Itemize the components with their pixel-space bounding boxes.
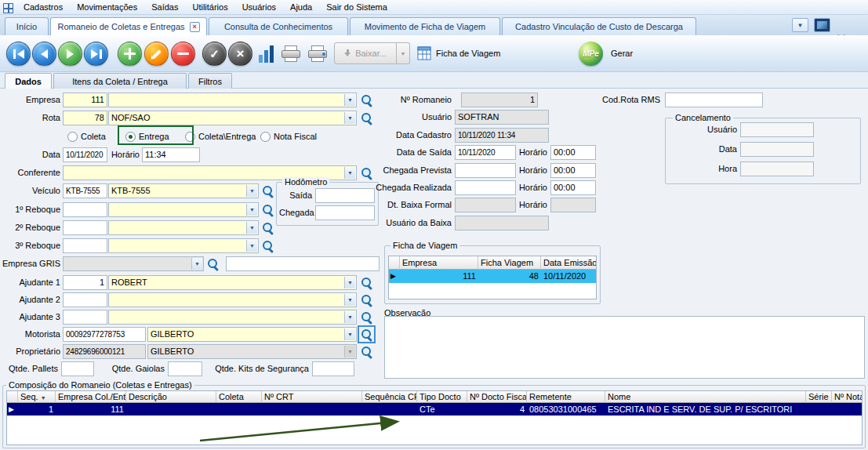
delete-button[interactable] [171,42,195,66]
horario-input[interactable]: 11:34 [142,147,200,162]
horario-saida-input[interactable]: 00:00 [550,145,596,160]
chevron-down-icon[interactable]: ▼ [344,112,355,124]
hodometro-chegada-input[interactable] [315,205,375,220]
comp-header-empresa[interactable]: Empresa Col./Ent. [56,391,126,403]
menu-item-usuarios[interactable]: Usuários [235,0,283,15]
menu-item-ajuda[interactable]: Ajuda [283,0,319,15]
qtde-pallets-input[interactable] [61,361,94,376]
search-icon[interactable] [260,183,275,198]
veiculo-code-input[interactable]: KTB-7555 [63,183,107,198]
rota-code-input[interactable]: 78 [63,111,107,125]
baixar-button[interactable]: Baixar... [334,42,397,64]
comp-header-coleta[interactable]: Coleta [216,391,262,403]
data-saida-input[interactable]: 10/11/2020 [455,145,516,160]
next-record-button[interactable] [58,42,82,66]
first-record-button[interactable] [6,42,31,66]
chegada-realizada-input[interactable] [455,180,516,195]
ficha-header-empresa[interactable]: Empresa [400,256,478,270]
cancel-button[interactable]: × [228,42,252,66]
comp-header-tipo-docto[interactable]: Tipo Docto [417,391,467,403]
menu-item-utilitarios[interactable]: Utilitários [185,0,234,15]
tab-filtros[interactable]: Filtros [188,73,232,89]
search-icon[interactable] [260,220,275,235]
close-tab-icon[interactable]: × [190,22,200,32]
cod-rota-rms-input[interactable] [665,93,763,107]
last-record-button[interactable] [84,42,108,66]
veiculo-combo[interactable]: KTB-7555 ▼ [108,183,259,198]
ajudante3-combo[interactable]: ▼ [108,310,357,325]
tab-romaneio-coletas-entregas[interactable]: Romaneio de Coletas e Entregas × [50,17,207,35]
comp-header-sequencia-crt[interactable]: Sequência CRT [362,391,417,403]
motorista-combo[interactable]: GILBERTO ▼ [147,327,357,342]
ficha-de-viagem-button[interactable]: Ficha de Viagem [417,42,500,64]
data-input[interactable]: 10/11/2020 [63,147,107,162]
ajudante2-code-input[interactable] [63,292,107,307]
tab-movimento-ficha-viagem[interactable]: Movimento de Ficha de Viagem [350,17,500,35]
ficha-header-ficha-viagem[interactable]: Ficha Viagem [478,256,541,270]
ajudante3-code-input[interactable] [63,310,107,325]
reboque2-combo[interactable]: ▼ [108,220,259,235]
hodometro-saida-input[interactable] [315,188,375,203]
search-icon[interactable] [205,256,220,271]
observacao-textarea[interactable] [384,316,865,379]
empresa-gris-name-input[interactable] [226,256,380,271]
chevron-down-icon[interactable]: ▼ [246,204,257,216]
search-icon[interactable] [260,202,275,217]
ficha-header-data-emissao[interactable]: Data Emissão [541,256,597,270]
search-icon[interactable] [260,238,275,253]
comp-header-remetente[interactable]: Remetente [527,391,605,403]
comp-header-descricao[interactable]: Descrição [126,391,216,403]
comp-header-nome[interactable]: Nome [605,391,806,403]
search-icon[interactable] [359,327,374,342]
reboque3-combo[interactable]: ▼ [108,238,259,253]
chegada-prevista-input[interactable] [455,163,516,178]
search-icon[interactable] [359,275,374,290]
menu-item-movimentacoes[interactable]: Movimentações [70,0,144,15]
comp-header-crt[interactable]: Nº CRT [262,391,362,403]
search-icon[interactable] [359,310,374,325]
chevron-down-icon[interactable]: ▼ [344,294,355,306]
tab-cadastro-vinculacao-custo[interactable]: Cadastro Vinculação de Custo de Descarga [502,17,696,35]
rota-combo[interactable]: NOF/SAO ▼ [108,111,357,125]
radio-coleta[interactable] [67,132,78,142]
comp-header-docto-fiscal[interactable]: Nº Docto Fiscal [467,391,527,403]
chevron-down-icon[interactable]: ▼ [344,311,355,323]
horario-prevista-input[interactable]: 00:00 [550,163,596,178]
ficha-viagem-row[interactable]: ▶ 111 48 10/11/2020 [389,270,596,283]
reboque3-code-input[interactable] [63,238,107,253]
previous-record-button[interactable] [32,42,56,66]
chevron-down-icon[interactable]: ▼ [191,258,202,270]
ajudante2-combo[interactable]: ▼ [108,292,357,307]
ajudante1-combo[interactable]: ROBERT ▼ [108,275,357,290]
menu-item-sair[interactable]: Sair do Sistema [319,0,394,15]
chart-button[interactable] [259,45,274,63]
print-button[interactable] [281,45,301,63]
tab-scroll-dropdown-button[interactable]: ▼ [792,18,808,32]
image-icon[interactable] [814,18,830,32]
comp-header-nota-fiscal[interactable]: Nº Nota Fis [832,391,863,403]
radio-nota-fiscal[interactable] [260,132,271,142]
chevron-down-icon[interactable]: ▼ [246,222,257,234]
edit-button[interactable] [144,42,169,66]
chevron-down-icon[interactable]: ▼ [344,94,355,106]
qtde-kits-input[interactable] [312,361,354,376]
chevron-down-icon[interactable]: ▼ [246,240,257,252]
tab-dados[interactable]: Dados [5,73,52,89]
chevron-down-icon[interactable]: ▼ [344,277,355,289]
search-icon[interactable] [359,344,374,359]
tab-itens-coleta-entrega[interactable]: Itens da Coleta / Entrega [53,73,187,89]
empresa-gris-combo[interactable]: ▼ [63,256,204,271]
menu-item-saidas[interactable]: Saídas [144,0,185,15]
tab-inicio[interactable]: Início [5,17,49,35]
print-settings-button[interactable] [307,45,328,63]
add-button[interactable] [118,42,142,66]
baixar-dropdown-button[interactable]: ▼ [397,42,410,64]
chevron-down-icon[interactable]: ▼ [344,328,355,340]
chevron-down-icon[interactable]: ▼ [246,185,257,197]
empresa-combo[interactable]: ▼ [108,93,357,107]
menu-item-cadastros[interactable]: Cadastros [16,0,70,15]
qtde-gaiolas-input[interactable] [168,361,202,376]
tab-consulta-conhecimentos[interactable]: Consulta de Conhecimentos [209,17,348,35]
reboque2-code-input[interactable] [63,220,107,235]
motorista-code-input[interactable]: 00092977278753 [63,327,146,342]
